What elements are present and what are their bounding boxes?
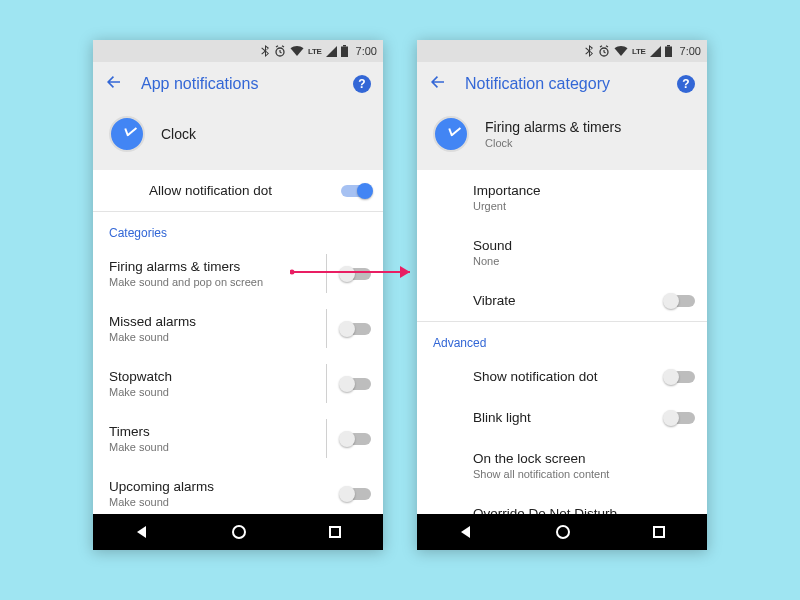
show-dot-label: Show notification dot bbox=[473, 369, 665, 384]
row-override-dnd[interactable]: Override Do Not Disturb Let these notifi… bbox=[417, 493, 707, 514]
help-icon[interactable]: ? bbox=[677, 75, 695, 93]
nav-bar bbox=[417, 514, 707, 550]
row-upcoming-alarms[interactable]: Upcoming alarms Make sound bbox=[93, 466, 383, 514]
row-sub: Make sound bbox=[109, 496, 341, 508]
row-timers[interactable]: Timers Make sound bbox=[93, 411, 383, 466]
section-advanced: Advanced bbox=[417, 322, 707, 356]
row-firing-alarms[interactable]: Firing alarms & timers Make sound and po… bbox=[93, 246, 383, 301]
status-clock: 7:00 bbox=[680, 45, 701, 57]
lte-icon: LTE bbox=[632, 47, 646, 56]
nav-recent-icon[interactable] bbox=[329, 526, 341, 538]
signal-icon bbox=[326, 46, 337, 57]
wifi-icon bbox=[614, 46, 628, 57]
row-sub: Make sound bbox=[109, 386, 341, 398]
back-icon[interactable] bbox=[429, 73, 447, 95]
row-stopwatch[interactable]: Stopwatch Make sound bbox=[93, 356, 383, 411]
alarm-icon bbox=[598, 45, 610, 57]
row-label: Firing alarms & timers bbox=[109, 259, 341, 274]
sound-value: None bbox=[473, 255, 695, 267]
svg-rect-4 bbox=[665, 47, 672, 58]
content-scroll: Allow notification dot Categories Firing… bbox=[93, 170, 383, 514]
importance-value: Urgent bbox=[473, 200, 695, 212]
row-divider bbox=[326, 254, 327, 293]
battery-icon bbox=[665, 45, 672, 57]
row-importance[interactable]: Importance Urgent bbox=[417, 170, 707, 225]
sound-label: Sound bbox=[473, 238, 695, 253]
wifi-icon bbox=[290, 46, 304, 57]
page-title: Notification category bbox=[465, 75, 659, 93]
help-icon[interactable]: ? bbox=[353, 75, 371, 93]
row-sound[interactable]: Sound None bbox=[417, 225, 707, 280]
blink-label: Blink light bbox=[473, 410, 665, 425]
row-vibrate[interactable]: Vibrate bbox=[417, 280, 707, 321]
row-divider bbox=[326, 309, 327, 348]
battery-icon bbox=[341, 45, 348, 57]
toggle-upcoming-alarms[interactable] bbox=[341, 488, 371, 500]
status-clock: 7:00 bbox=[356, 45, 377, 57]
nav-home-icon[interactable] bbox=[232, 525, 246, 539]
toolbar: Notification category ? bbox=[417, 62, 707, 106]
toolbar: App notifications ? bbox=[93, 62, 383, 106]
app-header[interactable]: Clock bbox=[93, 106, 383, 170]
row-label: Stopwatch bbox=[109, 369, 341, 384]
row-label: Missed alarms bbox=[109, 314, 341, 329]
toggle-timers[interactable] bbox=[341, 433, 371, 445]
category-app: Clock bbox=[485, 137, 621, 149]
row-label: Upcoming alarms bbox=[109, 479, 341, 494]
dnd-label: Override Do Not Disturb bbox=[473, 506, 665, 514]
svg-rect-5 bbox=[667, 45, 670, 47]
toggle-vibrate[interactable] bbox=[665, 295, 695, 307]
toggle-allow-dot[interactable] bbox=[341, 185, 371, 197]
importance-label: Importance bbox=[473, 183, 695, 198]
phone-notification-category: LTE 7:00 Notification category ? Firing … bbox=[417, 40, 707, 550]
nav-bar bbox=[93, 514, 383, 550]
svg-rect-1 bbox=[341, 47, 348, 58]
signal-icon bbox=[650, 46, 661, 57]
svg-rect-2 bbox=[343, 45, 346, 47]
lock-label: On the lock screen bbox=[473, 451, 695, 466]
nav-home-icon[interactable] bbox=[556, 525, 570, 539]
bluetooth-icon bbox=[585, 45, 594, 57]
row-label: Timers bbox=[109, 424, 341, 439]
clock-app-icon bbox=[433, 116, 469, 152]
page-title: App notifications bbox=[141, 75, 335, 93]
row-sub: Make sound and pop on screen bbox=[109, 276, 341, 288]
nav-back-icon[interactable] bbox=[459, 525, 473, 539]
nav-recent-icon[interactable] bbox=[653, 526, 665, 538]
row-divider bbox=[326, 364, 327, 403]
toggle-show-dot[interactable] bbox=[665, 371, 695, 383]
toggle-firing-alarms[interactable] bbox=[341, 268, 371, 280]
row-show-dot[interactable]: Show notification dot bbox=[417, 356, 707, 397]
row-sub: Make sound bbox=[109, 331, 341, 343]
toggle-stopwatch[interactable] bbox=[341, 378, 371, 390]
row-divider bbox=[326, 419, 327, 458]
row-missed-alarms[interactable]: Missed alarms Make sound bbox=[93, 301, 383, 356]
status-bar: LTE 7:00 bbox=[93, 40, 383, 62]
category-name: Firing alarms & timers bbox=[485, 119, 621, 135]
vibrate-label: Vibrate bbox=[473, 293, 665, 308]
back-icon[interactable] bbox=[105, 73, 123, 95]
phone-app-notifications: LTE 7:00 App notifications ? Clock Allow… bbox=[93, 40, 383, 550]
toggle-blink[interactable] bbox=[665, 412, 695, 424]
section-categories: Categories bbox=[93, 212, 383, 246]
category-header: Firing alarms & timers Clock bbox=[417, 106, 707, 170]
clock-app-icon bbox=[109, 116, 145, 152]
lte-icon: LTE bbox=[308, 47, 322, 56]
app-name: Clock bbox=[161, 126, 196, 142]
toggle-missed-alarms[interactable] bbox=[341, 323, 371, 335]
content-scroll: Importance Urgent Sound None Vibrate Adv… bbox=[417, 170, 707, 514]
row-lock-screen[interactable]: On the lock screen Show all notification… bbox=[417, 438, 707, 493]
row-blink[interactable]: Blink light bbox=[417, 397, 707, 438]
status-bar: LTE 7:00 bbox=[417, 40, 707, 62]
row-allow-dot[interactable]: Allow notification dot bbox=[93, 170, 383, 211]
row-sub: Make sound bbox=[109, 441, 341, 453]
alarm-icon bbox=[274, 45, 286, 57]
nav-back-icon[interactable] bbox=[135, 525, 149, 539]
bluetooth-icon bbox=[261, 45, 270, 57]
allow-dot-label: Allow notification dot bbox=[149, 183, 341, 198]
lock-value: Show all notification content bbox=[473, 468, 695, 480]
